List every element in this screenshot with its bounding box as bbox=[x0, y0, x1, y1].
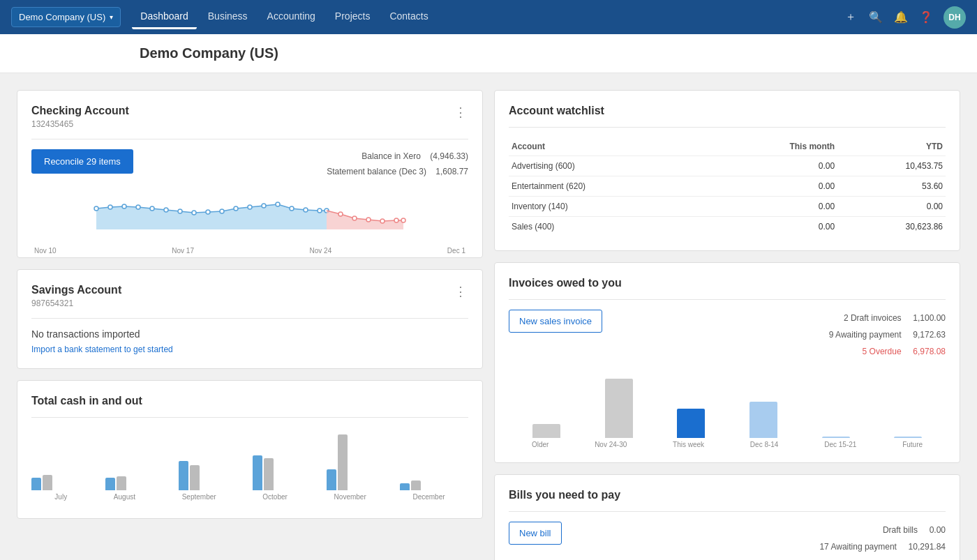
watchlist-ytd-3: 30,623.86 bbox=[837, 217, 946, 237]
checking-menu-icon[interactable]: ⋮ bbox=[454, 105, 468, 120]
overdue-label: 5 Overdue bbox=[863, 347, 902, 356]
savings-header: Savings Account 987654321 ⋮ bbox=[31, 284, 468, 308]
watchlist-account-3: Sales (400) bbox=[509, 217, 710, 237]
watchlist-row: Advertising (600) 0.00 10,453.75 bbox=[509, 156, 946, 176]
savings-title-group: Savings Account 987654321 bbox=[31, 284, 121, 308]
savings-title: Savings Account bbox=[31, 284, 121, 296]
bar-group-november bbox=[327, 434, 395, 490]
bell-icon[interactable]: 🔔 bbox=[893, 10, 909, 25]
watchlist-ytd-0: 10,453.75 bbox=[837, 156, 946, 176]
reconcile-button[interactable]: Reconcile 29 items bbox=[31, 149, 133, 174]
awaiting-payment-value: 9,172.63 bbox=[913, 330, 946, 340]
chart-label-dec1: Dec 1 bbox=[447, 247, 465, 255]
plus-icon[interactable]: ＋ bbox=[843, 10, 858, 25]
page-header: Demo Company (US) bbox=[0, 34, 977, 73]
chart-label-nov24: Nov 24 bbox=[310, 247, 332, 255]
bill-stats: Draft bills 0.00 17 Awaiting payment 10,… bbox=[576, 522, 946, 555]
left-column: Checking Account 132435465 ⋮ Reconcile 2… bbox=[17, 90, 483, 560]
awaiting-payment-row: 9 Awaiting payment 9,172.63 bbox=[616, 326, 946, 343]
checking-chart-svg bbox=[31, 188, 468, 243]
inv-bar-thisweek-bar bbox=[677, 409, 705, 438]
total-cash-card: Total cash in and out bbox=[17, 380, 483, 519]
nav-accounting[interactable]: Accounting bbox=[259, 5, 324, 29]
watchlist-table: Account This month YTD Advertising (600)… bbox=[509, 137, 946, 236]
inv-bar-dec8 bbox=[729, 402, 798, 438]
svg-point-15 bbox=[290, 206, 294, 211]
cash-label-october: October bbox=[262, 493, 288, 501]
inv-label-dec8: Dec 8-14 bbox=[750, 441, 779, 448]
bar-out-dec bbox=[411, 480, 421, 490]
checking-number: 132435465 bbox=[31, 119, 129, 129]
draft-invoices-label: 2 Draft invoices bbox=[844, 313, 902, 323]
chart-label-nov17: Nov 17 bbox=[172, 247, 194, 255]
checking-chart: Nov 10 Nov 17 Nov 24 Dec 1 bbox=[31, 188, 468, 243]
svg-point-14 bbox=[276, 202, 280, 206]
total-cash-title: Total cash in and out bbox=[31, 395, 468, 407]
savings-number: 987654321 bbox=[31, 298, 121, 308]
invoice-bars bbox=[509, 368, 946, 438]
svg-point-24 bbox=[394, 218, 398, 222]
bar-group-september bbox=[179, 461, 247, 490]
checking-title: Checking Account bbox=[31, 105, 129, 117]
nav-projects[interactable]: Projects bbox=[327, 5, 379, 29]
svg-point-25 bbox=[401, 218, 405, 222]
svg-point-7 bbox=[178, 209, 182, 213]
nav-actions: ＋ 🔍 🔔 ❓ DH bbox=[843, 6, 966, 29]
bar-group-august bbox=[105, 476, 174, 490]
svg-point-9 bbox=[206, 210, 210, 214]
search-icon[interactable]: 🔍 bbox=[868, 10, 883, 25]
inv-bar-thisweek bbox=[656, 409, 726, 438]
balance-in-xero-value: (4,946.33) bbox=[430, 151, 468, 161]
checking-title-group: Checking Account 132435465 bbox=[31, 105, 129, 129]
watchlist-this-month-1: 0.00 bbox=[710, 176, 837, 197]
bar-group-july bbox=[31, 475, 100, 490]
user-avatar[interactable]: DH bbox=[944, 6, 966, 29]
bar-out-august bbox=[117, 476, 126, 490]
bill-section: New bill Draft bills 0.00 17 Awaiting pa… bbox=[509, 522, 946, 555]
company-selector[interactable]: Demo Company (US) ▾ bbox=[11, 7, 121, 27]
inv-bar-dec15 bbox=[801, 437, 871, 438]
awaiting-bills-value: 10,291.84 bbox=[909, 542, 946, 552]
nav-business[interactable]: Business bbox=[200, 5, 256, 29]
overdue-row: 5 Overdue 6,978.08 bbox=[616, 343, 946, 360]
inv-label-thisweek: This week bbox=[673, 441, 704, 448]
watchlist-row: Inventory (140) 0.00 0.00 bbox=[509, 197, 946, 217]
awaiting-bills-label: 17 Awaiting payment bbox=[819, 542, 897, 552]
bar-in-july bbox=[31, 478, 41, 490]
svg-point-10 bbox=[220, 209, 224, 213]
draft-invoices-value: 1,100.00 bbox=[913, 313, 946, 323]
bar-in-nov bbox=[327, 469, 336, 490]
bar-group-october bbox=[253, 455, 321, 490]
nav-contacts[interactable]: Contacts bbox=[381, 5, 436, 29]
watchlist-account-2: Inventory (140) bbox=[509, 197, 710, 217]
cash-label-november: November bbox=[334, 493, 366, 501]
svg-point-22 bbox=[366, 218, 371, 222]
inv-bar-dec8-bar bbox=[749, 402, 777, 438]
watchlist-this-month-2: 0.00 bbox=[710, 197, 837, 217]
savings-account-card: Savings Account 987654321 ⋮ No transacti… bbox=[17, 269, 483, 369]
inv-label-nov24: Nov 24-30 bbox=[595, 441, 627, 448]
help-icon[interactable]: ❓ bbox=[918, 10, 934, 25]
nav-dashboard[interactable]: Dashboard bbox=[132, 5, 197, 29]
inv-bar-nov24-bar bbox=[605, 379, 633, 438]
cash-label-august: August bbox=[114, 493, 135, 501]
watchlist-row: Sales (400) 0.00 30,623.86 bbox=[509, 217, 946, 237]
svg-point-20 bbox=[338, 212, 343, 216]
bar-in-oct bbox=[253, 455, 262, 490]
watchlist-row: Entertainment (620) 0.00 53.60 bbox=[509, 176, 946, 197]
cash-label-september: September bbox=[182, 493, 216, 501]
new-sales-invoice-button[interactable]: New sales invoice bbox=[509, 310, 602, 333]
bar-group-december bbox=[400, 480, 468, 490]
watchlist-account-1: Entertainment (620) bbox=[509, 176, 710, 197]
bar-in-dec bbox=[400, 483, 410, 490]
import-link[interactable]: Import a bank statement to get started bbox=[31, 345, 173, 354]
cash-chart-labels: July August September October November D… bbox=[31, 493, 468, 501]
new-bill-button[interactable]: New bill bbox=[509, 522, 562, 545]
savings-menu-icon[interactable]: ⋮ bbox=[454, 284, 468, 299]
inv-bar-nov24 bbox=[584, 379, 654, 438]
svg-point-11 bbox=[234, 206, 238, 211]
no-transactions-text: No transactions imported bbox=[31, 328, 468, 340]
checking-account-card: Checking Account 132435465 ⋮ Reconcile 2… bbox=[17, 90, 483, 258]
account-watchlist-card: Account watchlist Account This month YTD… bbox=[494, 90, 960, 251]
company-name: Demo Company (US) bbox=[19, 12, 105, 22]
